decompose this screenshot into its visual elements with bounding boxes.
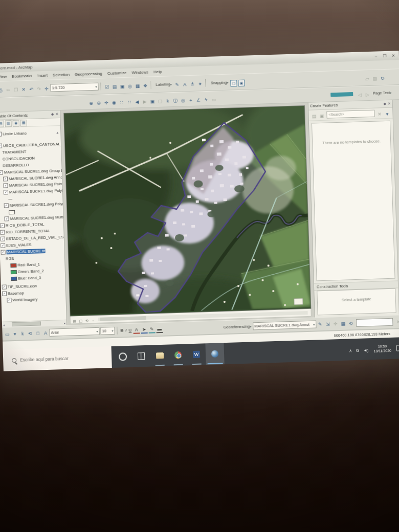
update-display-icon[interactable]: ⇲ [324, 321, 331, 327]
pin-icon[interactable]: ◆ [383, 102, 386, 106]
rotation-input[interactable] [356, 318, 393, 327]
volume-icon[interactable]: ◄) [363, 348, 369, 352]
chrome-button[interactable] [168, 344, 187, 366]
copy-icon[interactable]: ❐ [12, 86, 19, 93]
next-page-icon[interactable]: ▷ [364, 91, 371, 98]
select-elements-icon[interactable]: k [19, 330, 26, 337]
template-search-input[interactable]: <Search> [326, 109, 374, 118]
adjust-icon[interactable]: ▱ [364, 75, 370, 82]
template-properties-icon[interactable]: ▣ [318, 113, 325, 119]
list-by-selection-icon[interactable]: ▦ [20, 120, 27, 126]
templates-list[interactable]: There are no templates to choose. [312, 120, 395, 281]
catalog-icon[interactable]: ▣ [119, 83, 125, 90]
cortana-button[interactable] [113, 346, 132, 368]
map-satellite-imagery[interactable] [64, 106, 311, 315]
menu-item-bookmarks[interactable]: Bookmarks [12, 74, 32, 79]
font-size-select[interactable]: 10 [100, 327, 115, 335]
layer-visibility-checkbox[interactable]: ✓ [7, 298, 11, 302]
file-explorer-button[interactable] [150, 345, 169, 367]
labeling-menu[interactable]: Labeling [156, 82, 172, 87]
close-icon[interactable]: ✕ [388, 102, 391, 106]
delete-icon[interactable]: ✕ [20, 86, 27, 93]
layer-visibility-checkbox[interactable]: ✓ [0, 132, 2, 137]
toc-layer-item[interactable]: ✓World Imagery [1, 295, 65, 304]
clear-selection-icon[interactable]: ▢ [157, 98, 163, 104]
identify-icon[interactable]: ⓘ [172, 97, 179, 104]
snapping-menu[interactable]: Snapping [211, 80, 229, 85]
scroll-left-icon[interactable]: ◂ [2, 323, 6, 326]
menu-item-geoprocessing[interactable]: Geoprocessing [75, 71, 102, 77]
shape-tool-icon[interactable]: □ [34, 329, 41, 336]
layer-visibility-checkbox[interactable]: ✓ [2, 284, 7, 289]
layer-visibility-checkbox[interactable]: ✓ [1, 243, 5, 248]
select-elements-icon[interactable]: k [164, 97, 171, 104]
menu-item-selection[interactable]: Selection [53, 72, 70, 77]
layer-visibility-checkbox[interactable]: ✓ [0, 230, 5, 234]
undo-icon[interactable]: ↶ [28, 86, 34, 93]
layer-symbol-swatch[interactable] [10, 263, 16, 267]
goto-xy-icon[interactable]: ⌖ [187, 97, 194, 103]
label-manager-icon[interactable]: ✎ [174, 81, 181, 88]
page-text-menu[interactable]: Page Text [373, 91, 392, 96]
search-dropdown-icon[interactable]: ▾ [384, 110, 390, 117]
underline-button[interactable]: U [128, 328, 131, 332]
data-view-icon[interactable]: ▤ [72, 319, 77, 324]
list-by-visibility-icon[interactable]: ◉ [12, 120, 19, 126]
layer-visibility-checkbox[interactable]: ✓ [0, 224, 5, 228]
line-color-icon[interactable]: ✎ [148, 325, 155, 333]
menu-item-windows[interactable]: Windows [131, 70, 148, 75]
close-toolbar-icon[interactable]: ✕ [395, 318, 399, 325]
back-extent-icon[interactable]: ◀ [134, 98, 140, 105]
bold-button[interactable]: B [120, 328, 123, 332]
forward-extent-icon[interactable]: ▶ [141, 98, 148, 105]
arcmap-button[interactable] [205, 343, 224, 365]
scroll-right-icon[interactable]: ▸ [63, 321, 66, 324]
auto-adjust-icon[interactable]: ✛ [332, 320, 339, 327]
model-builder-icon[interactable]: ❖ [142, 82, 148, 89]
layer-visibility-checkbox[interactable]: ✓ [0, 170, 3, 175]
restore-button[interactable]: ❐ [381, 53, 388, 58]
organize-templates-icon[interactable]: ▤ [311, 113, 317, 119]
point-snapping-icon[interactable]: ▢ [230, 80, 237, 86]
active-tool-highlight[interactable] [330, 92, 353, 96]
label-priority-icon[interactable]: A [182, 81, 188, 88]
rotate-raster-icon[interactable]: ⟲ [347, 320, 354, 326]
find-icon[interactable]: ◎ [180, 97, 186, 103]
font-select[interactable]: Arial [49, 327, 99, 337]
list-by-source-icon[interactable]: ▥ [5, 120, 11, 126]
list-by-drawing-order-icon[interactable]: ▤ [0, 120, 4, 127]
search-window-icon[interactable]: ◎ [126, 83, 133, 90]
layer-visibility-checkbox[interactable]: ✓ [1, 236, 5, 241]
close-button[interactable]: ✕ [390, 53, 397, 58]
measure-icon[interactable]: ∠ [195, 96, 202, 103]
display-tray-icon[interactable]: ⧉ [356, 348, 359, 353]
collapse-icon[interactable]: ▲ [56, 130, 60, 134]
drawing-dropdown-icon[interactable]: ▾ [11, 330, 18, 337]
layout-view-icon[interactable]: ▢ [78, 319, 83, 324]
cut-icon[interactable]: ✂ [5, 86, 11, 93]
layer-symbol-swatch[interactable] [11, 270, 17, 274]
georeferencing-menu[interactable]: Georeferencing [224, 324, 252, 329]
hidden-icons-chevron[interactable]: ∧ [349, 348, 352, 353]
rotate-element-icon[interactable]: ⟲ [27, 330, 33, 337]
italic-button[interactable]: I [125, 328, 127, 332]
layer-visibility-checkbox[interactable]: ✓ [3, 176, 8, 181]
task-view-button[interactable] [131, 345, 150, 367]
text-tool-icon[interactable]: A [42, 329, 49, 336]
lock-labels-icon[interactable]: ✦ [197, 81, 204, 87]
layer-symbol-swatch[interactable] [9, 210, 15, 214]
fixed-zoom-in-icon[interactable]: ∷ [118, 99, 125, 105]
notification-center-icon[interactable] [396, 345, 399, 351]
layer-visibility-checkbox[interactable]: ✓ [4, 203, 9, 208]
menu-item-view[interactable]: View [0, 74, 7, 79]
editor-toolbar-icon[interactable]: ☑ [103, 83, 110, 90]
link-table-icon[interactable]: ▦ [340, 320, 346, 327]
toc-layer-item[interactable]: Blue: Band_3 [1, 274, 65, 282]
layer-visibility-checkbox[interactable]: ✓ [4, 216, 9, 221]
add-data-icon[interactable]: ✛ [43, 85, 50, 92]
map-view[interactable] [63, 105, 311, 317]
redo-icon[interactable]: ↷ [35, 86, 42, 93]
refresh-view-icon[interactable]: ⟲ [84, 318, 90, 323]
taskbar-clock[interactable]: 10:59 10/11/2020 [373, 344, 391, 353]
zoom-out-icon[interactable]: ⊖ [95, 99, 102, 106]
